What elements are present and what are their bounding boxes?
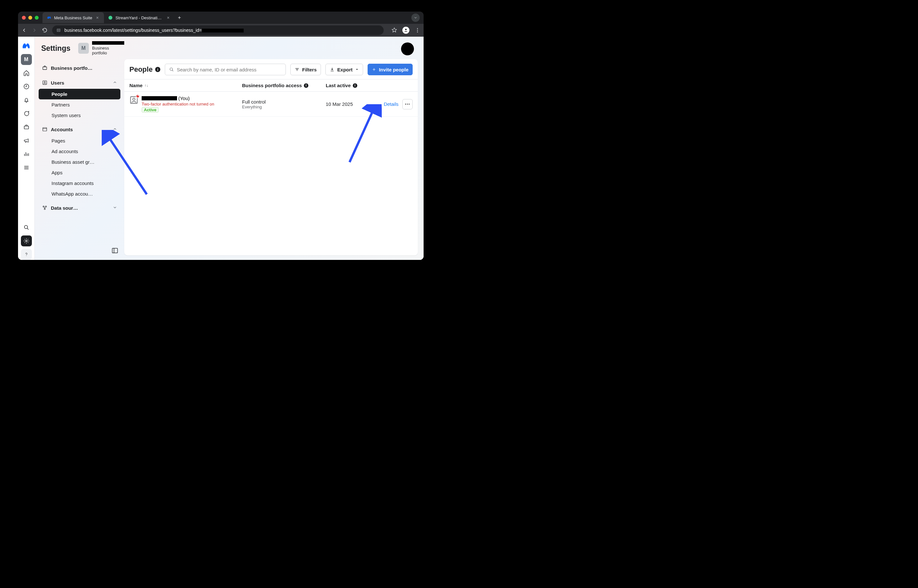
redacted-name xyxy=(142,96,177,100)
svg-point-1 xyxy=(405,29,407,30)
maximize-window-button[interactable] xyxy=(35,16,39,19)
rail-analytics-icon[interactable] xyxy=(21,149,32,160)
browser-menu-button[interactable] xyxy=(414,27,420,33)
bookmark-button[interactable] xyxy=(392,27,397,33)
svg-rect-9 xyxy=(43,67,47,69)
accounts-icon xyxy=(42,126,48,132)
browser-window: Meta Business Suite × StreamYard - Desti… xyxy=(18,11,424,260)
details-link[interactable]: Details xyxy=(384,101,398,107)
settings-header: Settings M Business portfolio xyxy=(35,41,124,58)
nav-business-portfolio-info[interactable]: Business portfo… xyxy=(39,62,120,74)
filters-button[interactable]: Filters xyxy=(290,64,321,75)
rail-help-icon[interactable] xyxy=(21,249,32,260)
chevron-up-icon xyxy=(113,80,117,86)
person-badge-icon xyxy=(130,95,138,105)
users-icon xyxy=(42,80,48,86)
nav-item-business-asset-groups[interactable]: Business asset gr… xyxy=(39,157,120,167)
people-card: People i Filters Export xyxy=(124,59,418,255)
svg-rect-16 xyxy=(112,248,118,253)
collapse-sidebar-button[interactable] xyxy=(112,247,118,255)
settings-nav: Business portfo… Users People Partners S… xyxy=(35,58,124,214)
card-toolbar: People i Filters Export xyxy=(124,59,418,79)
forward-button[interactable] xyxy=(32,27,37,33)
user-avatar[interactable] xyxy=(401,42,414,55)
rail-settings-icon[interactable] xyxy=(21,236,32,246)
export-button[interactable]: Export xyxy=(325,64,363,75)
row-actions-menu[interactable]: ··· xyxy=(402,99,413,109)
nav-item-whatsapp-accounts[interactable]: WhatsApp accou… xyxy=(39,189,120,199)
filters-icon xyxy=(295,67,300,72)
reload-button[interactable] xyxy=(42,27,48,33)
svg-point-4 xyxy=(417,32,418,32)
window-controls xyxy=(22,16,39,19)
svg-point-0 xyxy=(108,16,112,19)
nav-group-users[interactable]: Users xyxy=(39,77,120,89)
invite-people-button[interactable]: Invite people xyxy=(368,64,413,75)
table-row[interactable]: (You) Two-factor authentication not turn… xyxy=(124,92,418,117)
tab-overflow-button[interactable] xyxy=(411,13,420,22)
settings-sidebar: Settings M Business portfolio Business p… xyxy=(35,37,124,260)
twofa-warning: Two-factor authentication not turned on xyxy=(142,102,214,107)
left-rail: M xyxy=(18,37,35,260)
svg-rect-12 xyxy=(43,128,47,131)
settings-title: Settings xyxy=(41,44,71,53)
info-icon[interactable]: i xyxy=(304,83,308,88)
nav-item-ad-accounts[interactable]: Ad accounts xyxy=(39,146,120,157)
table-header: Name ↑↓ Business portfolio access i Last… xyxy=(124,79,418,92)
svg-point-7 xyxy=(24,226,28,229)
chevron-up-icon xyxy=(113,127,117,132)
close-window-button[interactable] xyxy=(22,16,26,19)
nav-item-partners[interactable]: Partners xyxy=(39,99,120,110)
tab-streamyard[interactable]: StreamYard - Destinations × xyxy=(104,12,175,23)
nav-group-data-sources[interactable]: Data sour… xyxy=(39,202,120,214)
nav-group-accounts[interactable]: Accounts xyxy=(39,123,120,136)
rail-megaphone-icon[interactable] xyxy=(21,135,32,146)
meta-logo[interactable] xyxy=(22,41,31,52)
download-icon xyxy=(330,67,335,72)
alert-badge-icon xyxy=(136,94,140,98)
rail-hamburger-icon[interactable] xyxy=(21,162,32,173)
svg-point-3 xyxy=(417,30,418,31)
column-header-last-active: Last active i xyxy=(326,83,377,88)
profile-button[interactable] xyxy=(402,27,410,34)
url-text: business.facebook.com/latest/settings/bu… xyxy=(65,27,244,33)
page-viewport: M Settings M xyxy=(18,37,424,260)
rail-bell-icon[interactable] xyxy=(21,95,32,105)
info-icon[interactable]: i xyxy=(155,67,160,72)
minimize-window-button[interactable] xyxy=(28,16,32,19)
tab-meta-business-suite[interactable]: Meta Business Suite × xyxy=(42,12,104,23)
portfolio-subtitle: Business portfolio xyxy=(92,46,125,55)
rail-compass-icon[interactable] xyxy=(21,81,32,92)
nav-item-instagram-accounts[interactable]: Instagram accounts xyxy=(39,178,120,189)
nav-item-apps[interactable]: Apps xyxy=(39,167,120,178)
nav-item-system-users[interactable]: System users xyxy=(39,110,120,121)
info-icon[interactable]: i xyxy=(353,83,357,88)
rail-home-icon[interactable] xyxy=(21,68,32,79)
portfolio-selector[interactable]: M Business portfolio xyxy=(78,41,125,55)
svg-rect-6 xyxy=(24,126,28,129)
close-tab-icon[interactable]: × xyxy=(166,15,171,20)
search-input[interactable] xyxy=(165,64,286,75)
svg-point-11 xyxy=(44,82,45,83)
close-tab-icon[interactable]: × xyxy=(95,15,100,20)
row-access: Full control Everything xyxy=(242,99,326,109)
chevron-down-icon xyxy=(414,16,418,19)
panel-collapse-icon xyxy=(112,247,118,254)
card-title: People i xyxy=(130,65,160,74)
column-header-name[interactable]: Name ↑↓ xyxy=(130,83,242,88)
rail-briefcase-icon[interactable] xyxy=(21,121,32,132)
person-name: (You) xyxy=(142,95,214,101)
search-field[interactable] xyxy=(177,67,282,73)
url-field[interactable]: business.facebook.com/latest/settings/bu… xyxy=(52,26,384,35)
nav-item-people[interactable]: People xyxy=(39,89,120,99)
redacted-portfolio-name xyxy=(92,41,124,45)
back-button[interactable] xyxy=(21,27,27,33)
chevron-down-icon xyxy=(113,205,117,211)
rail-search-icon[interactable] xyxy=(21,222,32,233)
search-icon xyxy=(169,67,174,72)
new-tab-button[interactable]: + xyxy=(175,15,184,21)
nav-item-pages[interactable]: Pages xyxy=(39,136,120,146)
svg-point-19 xyxy=(133,98,135,100)
rail-chat-icon[interactable] xyxy=(21,108,32,119)
rail-portfolio-switcher[interactable]: M xyxy=(21,54,32,65)
